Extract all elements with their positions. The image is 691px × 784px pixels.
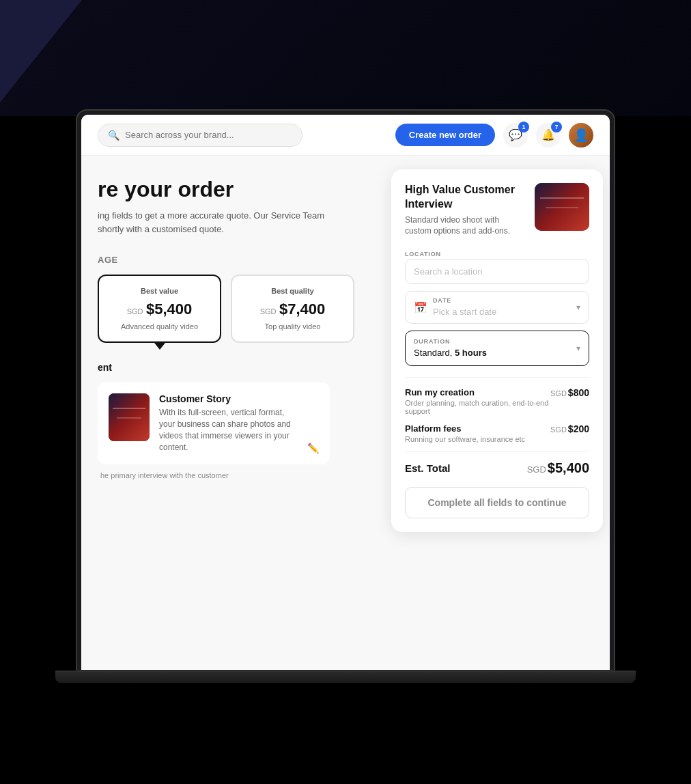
left-panel: re your order ing fields to get a more a… (81, 156, 375, 500)
package-card-best-quality[interactable]: Best quality SGD $7,400 Top quality vide… (231, 275, 354, 343)
selected-indicator-0 (154, 343, 165, 350)
thumbnail-image (109, 393, 150, 441)
complete-fields-button[interactable]: Complete all fields to continue (405, 487, 589, 518)
page-subtitle: ing fields to get a more accurate quote.… (98, 209, 354, 236)
content-footer-note: he primary interview with the customer (98, 471, 354, 479)
package-label-1: Best quality (243, 287, 342, 295)
header-right: Create new order 💬 1 🔔 7 👤 (395, 123, 593, 148)
screen-inner: 🔍 Create new order 💬 1 🔔 7 (81, 115, 610, 675)
content-card-text: Customer Story With its full-screen, ver… (159, 393, 298, 453)
platform-fees-desc: Running our software, insurance etc (405, 435, 525, 443)
location-field-group: LOCATION Search a location (405, 251, 589, 284)
duration-field-group: DURATION Standard, 5 hours ▾ (405, 331, 589, 366)
duration-chevron-icon: ▾ (576, 344, 580, 353)
packages-row: Best value SGD $5,400 Advanced quality v… (98, 275, 354, 343)
content-section: ent Customer Story With its full-screen,… (98, 362, 354, 479)
messages-button[interactable]: 💬 1 (503, 123, 528, 148)
platform-fees-info: Platform fees Running our software, insu… (405, 423, 525, 443)
duration-value: Standard, 5 hours (414, 348, 487, 358)
run-my-creation-desc: Order planning, match curation, end-to-e… (405, 399, 550, 415)
package-currency-1: SGD (260, 307, 277, 316)
content-thumbnail (109, 393, 150, 441)
page-title: re your order (98, 176, 354, 202)
location-placeholder: Search a location (414, 266, 580, 277)
header: 🔍 Create new order 💬 1 🔔 7 (81, 115, 610, 156)
package-label-0: Best value (110, 287, 209, 295)
laptop-screen: 🔍 Create new order 💬 1 🔔 7 (76, 109, 615, 676)
platform-fees-amount: SGD$200 (550, 423, 589, 434)
total-label: Est. Total (405, 462, 450, 474)
order-card-description: Standard video shoot with custom options… (405, 214, 526, 238)
packages-section-label: age (98, 255, 354, 265)
package-amount-1: $7,400 (279, 300, 325, 318)
notifications-badge: 7 (551, 122, 562, 132)
content-card[interactable]: Customer Story With its full-screen, ver… (98, 382, 330, 464)
run-my-creation-info: Run my creation Order planning, match cu… (405, 387, 550, 415)
date-input[interactable]: 📅 DATE Pick a start date ▾ (405, 291, 589, 324)
avatar[interactable]: 👤 (569, 123, 593, 148)
location-input[interactable]: Search a location (405, 259, 589, 284)
order-card-header: High Value Customer Interview Standard v… (405, 183, 589, 237)
platform-fees-name: Platform fees (405, 423, 525, 434)
package-price-1: SGD $7,400 (243, 300, 342, 318)
search-bar[interactable]: 🔍 (98, 124, 302, 147)
laptop-wrapper: 🔍 Create new order 💬 1 🔔 7 (0, 109, 691, 784)
total-row: Est. Total SGD$5,400 (405, 451, 589, 476)
notifications-button[interactable]: 🔔 7 (536, 123, 561, 148)
background-triangle (0, 0, 82, 102)
search-icon: 🔍 (108, 130, 119, 141)
content-card-desc: With its full-screen, vertical format, y… (159, 407, 298, 453)
calendar-icon: 📅 (414, 301, 427, 314)
package-price-0: SGD $5,400 (110, 300, 209, 318)
order-card-info: High Value Customer Interview Standard v… (405, 183, 526, 237)
package-desc-0: Advanced quality video (110, 322, 209, 331)
package-desc-1: Top quality video (243, 322, 342, 331)
search-input[interactable] (125, 130, 292, 140)
content-section-label: ent (98, 362, 354, 373)
content-card-title: Customer Story (159, 393, 298, 404)
date-chevron-icon: ▾ (576, 303, 580, 312)
background-top (0, 0, 691, 116)
order-card-thumbnail (535, 183, 589, 231)
main-content: re your order ing fields to get a more a… (81, 156, 610, 675)
location-label: LOCATION (405, 251, 589, 257)
run-my-creation-row: Run my creation Order planning, match cu… (405, 387, 589, 415)
package-currency-0: SGD (127, 307, 143, 316)
run-my-creation-name: Run my creation (405, 387, 550, 397)
duration-label: DURATION (414, 338, 571, 345)
order-card-title: High Value Customer Interview (405, 183, 526, 212)
run-my-creation-amount: SGD$800 (550, 387, 589, 398)
total-amount: SGD$5,400 (527, 460, 589, 476)
pricing-section: Run my creation Order planning, match cu… (405, 377, 589, 443)
messages-badge: 1 (518, 122, 529, 132)
package-card-best-value[interactable]: Best value SGD $5,400 Advanced quality v… (98, 275, 221, 343)
laptop-base (55, 671, 636, 683)
platform-fees-row: Platform fees Running our software, insu… (405, 423, 589, 443)
package-amount-0: $5,400 (146, 300, 192, 318)
edit-icon[interactable]: ✏️ (307, 443, 319, 453)
order-thumb-image (535, 183, 589, 231)
create-new-order-button[interactable]: Create new order (395, 124, 495, 146)
date-placeholder: Pick a start date (433, 307, 496, 317)
avatar-image: 👤 (574, 128, 589, 143)
date-label: DATE (433, 297, 571, 304)
order-card: High Value Customer Interview Standard v… (391, 169, 603, 532)
date-field-group: 📅 DATE Pick a start date ▾ (405, 291, 589, 324)
duration-input[interactable]: DURATION Standard, 5 hours ▾ (405, 331, 589, 366)
